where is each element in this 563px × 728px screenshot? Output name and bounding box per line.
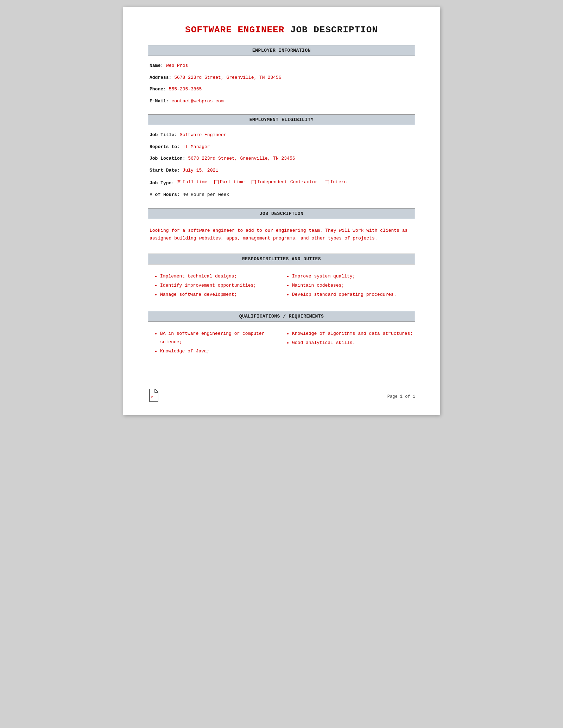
qualifications-left-col: BA in software engineering or computer s…: [151, 330, 283, 356]
qualifications-section: QUALIFICATIONS / REQUIREMENTS BA in soft…: [148, 311, 415, 358]
reports-to-row: Reports to: IT Manager: [150, 143, 415, 151]
job-type-intern: Intern: [325, 179, 347, 186]
job-description-text: Looking for a software engineer to add t…: [148, 225, 415, 244]
phone-label: Phone: [150, 87, 163, 92]
qualifications-left-list: BA in software engineering or computer s…: [153, 330, 283, 356]
job-location-value: 5678 223rd Street, Greenville, TN 23456: [188, 156, 295, 161]
list-item: Knowledge of algorithms and data structu…: [292, 330, 415, 338]
phone-value: 555-295-3865: [169, 87, 202, 92]
page-number: Page 1 of 1: [387, 394, 415, 399]
document-page: SOFTWARE ENGINEER JOB DESCRIPTION EMPLOY…: [123, 7, 440, 415]
responsibilities-header: RESPONSIBILITIES AND DUTIES: [148, 254, 415, 264]
list-item: BA in software engineering or computer s…: [160, 330, 283, 346]
name-value: Web Pros: [166, 63, 188, 68]
email-row: E-Mail: contact@webpros.com: [150, 98, 415, 105]
list-item: Maintain codebases;: [292, 281, 415, 290]
job-description-section: JOB DESCRIPTION Looking for a software e…: [148, 208, 415, 244]
document-title: SOFTWARE ENGINEER JOB DESCRIPTION: [148, 25, 415, 35]
list-item: Develop standard operating procedures.: [292, 290, 415, 299]
start-date-value: July 15, 2021: [183, 168, 218, 173]
qualifications-right-col: Knowledge of algorithms and data structu…: [283, 330, 415, 356]
job-title-label: Job Title: [150, 132, 174, 138]
employer-info-fields: Name: Web Pros Address: 5678 223rd Stree…: [148, 62, 415, 104]
name-row: Name: Web Pros: [150, 62, 415, 69]
list-item: Knowledge of Java;: [160, 347, 283, 356]
responsibilities-right-col: Improve system quality; Maintain codebas…: [283, 272, 415, 300]
reports-to-label: Reports to: [150, 144, 177, 149]
address-row: Address: 5678 223rd Street, Greenville, …: [150, 74, 415, 81]
address-value: 5678 223rd Street, Greenville, TN 23456: [174, 75, 281, 80]
checkbox-intern: [325, 180, 329, 184]
job-location-row: Job Location: 5678 223rd Street, Greenvi…: [150, 155, 415, 162]
responsibilities-list: Implement technical designs; Identify im…: [148, 271, 415, 301]
job-title-row: Job Title: Software Engineer: [150, 132, 415, 139]
job-type-fulltime: Full-time: [177, 179, 207, 186]
responsibilities-left-list: Implement technical designs; Identify im…: [153, 272, 283, 299]
list-item: Implement technical designs;: [160, 272, 283, 281]
name-label: Name: [150, 63, 160, 68]
employment-eligibility-header: EMPLOYMENT ELIGIBILITY: [148, 114, 415, 125]
hours-label: # of Hours: [150, 192, 177, 197]
job-location-label: Job Location: [150, 156, 183, 161]
list-item: Improve system quality;: [292, 272, 415, 281]
list-item: Identify improvement opportunities;: [160, 281, 283, 290]
employer-info-section: EMPLOYER INFORMATION Name: Web Pros Addr…: [148, 45, 415, 104]
job-type-label: Job Type: [150, 180, 171, 186]
email-value: contact@webpros.com: [171, 98, 223, 104]
document-icon: e: [148, 389, 158, 404]
employment-eligibility-section: EMPLOYMENT ELIGIBILITY Job Title: Softwa…: [148, 114, 415, 198]
email-label: E-Mail: [150, 98, 166, 104]
job-type-parttime: Part-time: [214, 179, 245, 186]
phone-row: Phone: 555-295-3865: [150, 86, 415, 93]
job-type-contractor-label: Independent Contractor: [257, 179, 318, 186]
responsibilities-section: RESPONSIBILITIES AND DUTIES Implement te…: [148, 254, 415, 301]
job-type-parttime-label: Part-time: [220, 179, 245, 186]
responsibilities-right-list: Improve system quality; Maintain codebas…: [285, 272, 415, 299]
title-red-part: SOFTWARE ENGINEER: [185, 25, 284, 35]
employer-info-header: EMPLOYER INFORMATION: [148, 45, 415, 56]
title-black-part: JOB DESCRIPTION: [284, 25, 378, 35]
start-date-row: Start Date: July 15, 2021: [150, 167, 415, 174]
reports-to-value: IT Manager: [183, 144, 210, 149]
job-type-intern-label: Intern: [330, 179, 347, 186]
qualifications-header: QUALIFICATIONS / REQUIREMENTS: [148, 311, 415, 322]
hours-row: # of Hours: 40 Hours per week: [150, 191, 415, 198]
hours-value: 40 Hours per week: [183, 192, 229, 197]
job-description-header: JOB DESCRIPTION: [148, 208, 415, 219]
job-type-row: Job Type: Full-time Part-time Independen…: [150, 179, 415, 186]
checkbox-fulltime: [177, 180, 181, 184]
job-type-contractor: Independent Contractor: [252, 179, 318, 186]
job-type-fulltime-label: Full-time: [183, 179, 207, 186]
checkbox-parttime: [214, 180, 219, 184]
list-item: Good analytical skills.: [292, 339, 415, 347]
job-title-value: Software Engineer: [180, 132, 227, 138]
employment-eligibility-fields: Job Title: Software Engineer Reports to:…: [148, 132, 415, 198]
qualifications-right-list: Knowledge of algorithms and data structu…: [285, 330, 415, 347]
svg-text:e: e: [151, 394, 153, 399]
qualifications-list: BA in software engineering or computer s…: [148, 328, 415, 358]
responsibilities-left-col: Implement technical designs; Identify im…: [151, 272, 283, 300]
document-footer: e Page 1 of 1: [148, 389, 415, 404]
start-date-label: Start Date: [150, 168, 177, 173]
checkbox-contractor: [252, 180, 256, 184]
list-item: Manage software development;: [160, 290, 283, 299]
address-label: Address: [150, 75, 169, 80]
